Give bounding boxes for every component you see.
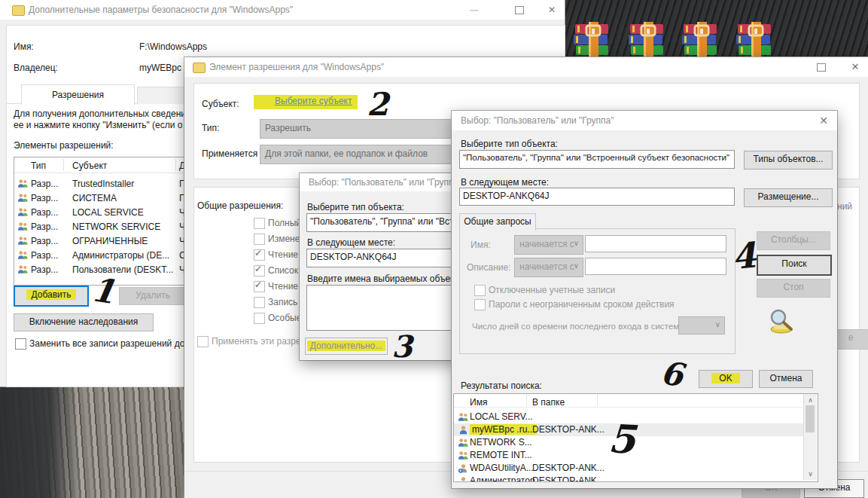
column-divider[interactable] <box>63 159 64 171</box>
group-icon <box>17 179 29 188</box>
result-row-clipped[interactable]: Администратор DESKTOP-ANK <box>454 475 803 482</box>
days-dropdown[interactable]: ∨ <box>678 316 725 335</box>
dialog3-titlebar[interactable]: Выбор: "Пользователь" или "Групп <box>300 173 459 191</box>
name-query-field[interactable] <box>585 235 726 252</box>
cell-access: Ч <box>179 207 184 218</box>
name-condition-dropdown[interactable]: начинается с∨ <box>514 235 583 255</box>
remove-button[interactable]: Удалить <box>119 287 187 305</box>
tab-permissions[interactable]: Разрешения <box>21 84 135 105</box>
table-row[interactable]: Разр... LOCAL SERVICE Ч <box>14 206 184 219</box>
scroll-up-icon[interactable]: ∧ <box>804 396 817 404</box>
winrar-archive-icon[interactable] <box>682 22 718 58</box>
add-button[interactable]: Добавить <box>14 286 89 307</box>
results-col-folder[interactable]: В папке <box>532 397 565 408</box>
replace-child-permissions-checkbox[interactable] <box>15 338 26 350</box>
dialog1-titlebar[interactable]: Дополнительные параметры безопасности дл… <box>0 0 565 20</box>
non-expiring-passwords-label: Пароли с неограниченным сроком действия <box>489 299 675 310</box>
maximize-button[interactable] <box>806 57 836 77</box>
dialog2-titlebar[interactable]: Элемент разрешения для "WindowsApps" ✕ <box>184 57 868 77</box>
tab-auditing[interactable] <box>137 87 187 104</box>
results-scrollbar[interactable]: ∧ ∨ <box>803 394 817 480</box>
column-divider[interactable] <box>526 394 527 407</box>
result-row[interactable]: WDAGUtilityA... DESKTOP-ANK... <box>454 462 803 475</box>
search-results-label: Результаты поиска: <box>461 380 542 391</box>
cell-subject: NETWORK SERVICE <box>72 222 160 232</box>
disabled-accounts-checkbox[interactable] <box>474 285 486 296</box>
object-types-button[interactable]: Типы объектов... <box>744 151 833 170</box>
read-execute-checkbox[interactable]: ✓ <box>254 249 265 261</box>
select-user-group-dialog-expanded: Выбор: "Пользователь" или "Группа" ✕ Выб… <box>452 111 837 488</box>
close-button[interactable]: ✕ <box>812 111 836 130</box>
table-row[interactable]: Разр... ОГРАНИЧЕННЫЕ Ч <box>14 234 184 248</box>
advanced-button[interactable]: Дополнительно... <box>305 338 388 355</box>
placement-button[interactable]: Размещение... <box>744 188 833 207</box>
rock-wallpaper-area <box>0 375 190 498</box>
close-button[interactable]: ✕ <box>842 57 868 77</box>
list-folder-checkbox[interactable]: ✓ <box>254 265 265 276</box>
maximize-button[interactable] <box>503 0 536 20</box>
table-row[interactable]: Разр... TrustedInstaller П <box>14 177 184 191</box>
dialog2-title: Элемент разрешения для "WindowsApps" <box>209 62 384 72</box>
stop-button[interactable]: Стоп <box>757 279 830 298</box>
cell-type: Разр... <box>31 179 58 189</box>
winrar-books-icon <box>682 22 718 58</box>
col-header-type[interactable]: Тип <box>31 160 46 171</box>
table-row[interactable]: Разр... NETWORK SERVICE Ч <box>14 220 184 234</box>
close-button[interactable]: ✕ <box>539 0 565 20</box>
apply-to-objects-checkbox[interactable] <box>197 336 209 347</box>
cell-type: Разр... <box>31 207 58 218</box>
location-field[interactable]: DESKTOP-ANKQ64J <box>459 188 735 206</box>
permission-entries-table[interactable]: Тип Субъект Д Разр... TrustedInstaller П… <box>14 157 187 286</box>
clear-all-button-partial[interactable]: е <box>832 329 868 350</box>
days-since-logon-label: Число дней со времени последнего входа в… <box>472 322 686 331</box>
disabled-accounts-label: Отключенные учетные записи <box>489 285 615 295</box>
description-query-field[interactable] <box>585 258 726 275</box>
owner-label: Владелец: <box>14 63 58 73</box>
columns-button[interactable]: Столбцы... <box>757 231 830 250</box>
results-col-name[interactable]: Имя <box>470 397 487 408</box>
dialog3-title: Выбор: "Пользователь" или "Групп <box>309 177 454 188</box>
table-row[interactable]: Разр... Администраторы (DE... С <box>14 249 184 262</box>
object-type-field[interactable]: "Пользователь", "Группа" или "Встроенный… <box>459 150 735 169</box>
table-row[interactable]: Разр... СИСТЕМА П <box>14 191 184 205</box>
full-control-label: Полный <box>268 218 301 228</box>
chevron-down-icon: ∨ <box>574 239 579 247</box>
col-header-subject[interactable]: Субъект <box>72 160 107 171</box>
non-expiring-passwords-checkbox[interactable] <box>474 299 486 310</box>
winrar-archive-icon[interactable] <box>574 22 610 58</box>
query-description-label: Описание: <box>467 262 511 273</box>
write-label: Запись <box>268 297 297 307</box>
cell-subject: LOCAL SERVICE <box>72 207 144 218</box>
winrar-archive-icon[interactable] <box>629 22 665 58</box>
object-type-field[interactable]: "Пользователь", "Группа" или "Встро <box>306 213 464 232</box>
select-user-group-dialog-small: Выбор: "Пользователь" или "Групп Выберит… <box>300 173 459 360</box>
winrar-archive-icon[interactable] <box>736 22 772 58</box>
search-button[interactable]: Поиск <box>757 255 832 276</box>
description-condition-dropdown[interactable]: начинается с∨ <box>514 258 583 277</box>
tab-common-queries[interactable]: Общие запросы <box>459 213 536 231</box>
apply-to-objects-label: Применять эти разре <box>212 336 301 347</box>
ok-button[interactable]: OK <box>699 370 753 388</box>
location-field[interactable]: DESKTOP-ANKQ64J <box>306 249 464 267</box>
dialog1-title: Дополнительные параметры безопасности дл… <box>29 5 293 15</box>
dialog4-titlebar[interactable]: Выбор: "Пользователь" или "Группа" ✕ <box>452 111 837 130</box>
scrollbar-thumb[interactable] <box>806 405 815 432</box>
user-icon <box>458 425 469 435</box>
select-subject-link[interactable]: Выберите субъект <box>254 95 358 109</box>
column-divider[interactable] <box>597 394 598 407</box>
advanced-permissions-link-tail[interactable]: ний <box>837 201 852 212</box>
header-divider <box>14 173 186 173</box>
read-checkbox[interactable]: ✓ <box>254 281 265 292</box>
modify-checkbox[interactable] <box>254 234 265 245</box>
search-results-list[interactable]: Имя В папке LOCAL SERV... myWEBpc .ru...… <box>453 393 818 482</box>
object-names-field[interactable] <box>306 285 464 331</box>
scroll-down-icon[interactable]: ∨ <box>804 470 817 478</box>
write-checkbox[interactable] <box>254 297 265 308</box>
group-icon <box>17 193 29 203</box>
column-divider[interactable] <box>175 159 176 171</box>
special-permissions-checkbox[interactable] <box>254 313 265 324</box>
full-control-checkbox[interactable] <box>254 218 265 229</box>
minimize-button[interactable] <box>458 0 491 20</box>
enable-inheritance-button[interactable]: Включение наследования <box>14 313 154 331</box>
cancel-button[interactable]: Отмена <box>759 370 813 388</box>
